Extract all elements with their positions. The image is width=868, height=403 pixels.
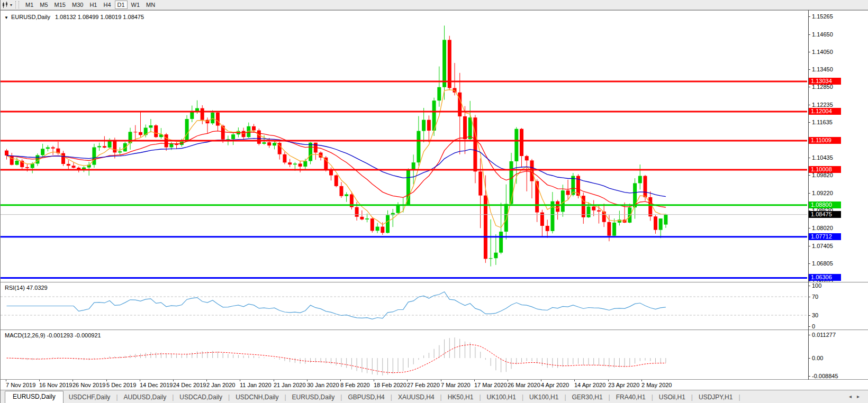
time-tick-label: 4 Apr 2020 bbox=[541, 382, 569, 388]
chart-type-icon[interactable]: ▾ bbox=[2, 2, 14, 8]
chart-tab-usdcnh-daily[interactable]: USDCNH,Daily bbox=[230, 392, 284, 403]
timeframe-button-m30[interactable]: M30 bbox=[69, 1, 86, 9]
time-tick-label: 26 Nov 2019 bbox=[73, 382, 105, 388]
time-tick-mark bbox=[173, 380, 174, 381]
candlestick-glyph bbox=[2, 2, 9, 8]
rsi-panel[interactable]: RSI(14) 47.0329 bbox=[1, 283, 807, 329]
timeframe-button-mn[interactable]: MN bbox=[143, 1, 158, 9]
price-axis[interactable]: 1.152651.146501.140501.134501.128501.122… bbox=[808, 11, 868, 282]
macd-label: MACD(12,26,9) -0.001293 -0.000921 bbox=[5, 332, 101, 338]
macd-tick-label: -0.008845 bbox=[812, 373, 838, 379]
time-tick-mark bbox=[206, 380, 207, 381]
time-axis[interactable]: 7 Nov 201916 Nov 201926 Nov 20195 Dec 20… bbox=[1, 380, 868, 390]
candlestick-chart[interactable] bbox=[1, 11, 807, 282]
price-tick-label: 1.06805 bbox=[812, 260, 833, 267]
time-tick-mark bbox=[240, 380, 240, 381]
timeframe-button-h1[interactable]: H1 bbox=[87, 1, 100, 9]
hline-price-label: 1.07712 bbox=[808, 233, 841, 240]
price-tick-label: 1.15265 bbox=[812, 13, 833, 20]
time-tick-label: 8 Feb 2020 bbox=[340, 382, 370, 388]
chart-tab-xauusd-h4[interactable]: XAUUSD,H4 bbox=[393, 392, 440, 403]
timeframe-button-h4[interactable]: H4 bbox=[101, 1, 113, 9]
time-tick-mark bbox=[274, 380, 274, 381]
rsi-label: RSI(14) 47.0329 bbox=[5, 285, 48, 291]
tab-scroll-left-icon[interactable]: ◂ bbox=[849, 393, 857, 399]
timeframe-toolbar: ▾ M1M5M15M30H1H4D1W1MN bbox=[1, 0, 868, 10]
chart-tab-uk100-h1[interactable]: UK100,H1 bbox=[524, 392, 564, 403]
price-tick-label: 1.12235 bbox=[812, 102, 833, 108]
timeframe-button-m1[interactable]: M1 bbox=[23, 1, 36, 9]
time-tick-label: 26 Mar 2020 bbox=[508, 382, 540, 388]
price-tick-label: 1.13450 bbox=[812, 66, 833, 72]
time-tick-mark bbox=[374, 380, 374, 381]
timeframe-button-m5[interactable]: M5 bbox=[37, 1, 50, 9]
macd-plot[interactable] bbox=[1, 331, 807, 379]
current-price-label: 1.08475 bbox=[808, 211, 841, 218]
time-tick-mark bbox=[106, 380, 107, 381]
rsi-axis[interactable]: 10070300 bbox=[808, 283, 868, 329]
price-tick-label: 1.09220 bbox=[812, 190, 833, 196]
time-tick-mark bbox=[39, 380, 40, 381]
macd-axis[interactable]: 0.0112770.00-0.008845 bbox=[808, 331, 868, 379]
main-chart-panel[interactable]: ▼EURUSD,Daily1.08132 1.08499 1.08019 1.0… bbox=[1, 11, 807, 282]
time-tick-label: 11 Jan 2020 bbox=[240, 382, 272, 388]
chevron-down-icon[interactable]: ▾ bbox=[10, 3, 12, 7]
time-tick-label: 2 Jan 2020 bbox=[206, 382, 235, 388]
time-tick-label: 16 Nov 2019 bbox=[39, 382, 72, 388]
price-tick-label: 1.14650 bbox=[812, 31, 833, 38]
rsi-tick-label: 0 bbox=[812, 323, 815, 329]
chart-tab-usdcad-daily[interactable]: USDCAD,Daily bbox=[174, 392, 228, 403]
chart-tab-eurusd-daily[interactable]: EURUSD,Daily bbox=[5, 391, 64, 403]
time-tick-mark bbox=[6, 380, 6, 381]
hline-price-label: 1.11009 bbox=[808, 137, 841, 144]
chart-tab-hk50-h1[interactable]: HK50,H1 bbox=[442, 392, 479, 403]
chart-tab-ger30-h1[interactable]: GER30,H1 bbox=[567, 392, 608, 403]
rsi-tick-label: 100 bbox=[812, 282, 821, 289]
timeframe-button-w1[interactable]: W1 bbox=[129, 1, 143, 9]
chart-tab-usdjpy-h1[interactable]: USDJPY,H1 bbox=[693, 392, 738, 403]
chart-tab-fra40-h1[interactable]: FRA40,H1 bbox=[611, 392, 651, 403]
trading-platform-window: ▾ M1M5M15M30H1H4D1W1MN ▼EURUSD,Daily1.08… bbox=[0, 0, 868, 403]
time-tick-label: 23 Apr 2020 bbox=[608, 382, 639, 388]
time-tick-mark bbox=[340, 380, 341, 381]
time-tick-mark bbox=[541, 380, 541, 381]
time-tick-label: 5 Dec 2019 bbox=[106, 382, 136, 388]
macd-tick-label: 0.011277 bbox=[812, 332, 836, 338]
chart-title-collapse-icon[interactable]: ▼ bbox=[4, 15, 8, 20]
price-tick-label: 1.08020 bbox=[812, 225, 833, 231]
time-tick-label: 18 Feb 2020 bbox=[374, 382, 406, 388]
time-tick-label: 24 Dec 2019 bbox=[173, 382, 206, 388]
price-axis-line bbox=[808, 10, 809, 390]
chart-symbol-label: EURUSD,Daily bbox=[11, 14, 50, 20]
rsi-tick-label: 30 bbox=[812, 312, 818, 318]
time-tick-mark bbox=[574, 380, 575, 381]
hline-price-label: 1.12004 bbox=[808, 108, 841, 115]
chart-tab-audusd-daily[interactable]: AUDUSD,Daily bbox=[119, 392, 172, 403]
timeframe-button-m15[interactable]: M15 bbox=[52, 1, 68, 9]
hline-price-label: 1.13034 bbox=[808, 78, 841, 85]
timeframe-buttons: M1M5M15M30H1H4D1W1MN bbox=[22, 2, 158, 8]
macd-panel[interactable]: MACD(12,26,9) -0.001293 -0.000921 bbox=[1, 331, 807, 379]
time-tick-mark bbox=[608, 380, 609, 381]
macd-name: MACD(12,26,9) bbox=[5, 332, 45, 338]
rsi-plot[interactable] bbox=[1, 283, 807, 329]
tab-separator: | bbox=[738, 393, 740, 403]
chart-tab-eurusd-daily[interactable]: EURUSD,Daily bbox=[287, 392, 340, 403]
time-tick-mark bbox=[441, 380, 441, 381]
chart-tab-usoil-h1[interactable]: USOil,H1 bbox=[654, 392, 691, 403]
chart-tab-bar: EURUSD,DailyUSDCHF,Daily|AUDUSD,Daily|US… bbox=[1, 390, 868, 403]
tab-scroll-right-icon[interactable]: ▸ bbox=[857, 393, 865, 399]
timeframe-button-d1[interactable]: D1 bbox=[115, 1, 128, 9]
rsi-name: RSI(14) bbox=[5, 285, 25, 291]
hline-price-label: 1.06306 bbox=[808, 274, 841, 281]
chart-tab-uk100-h1[interactable]: UK100,H1 bbox=[482, 392, 521, 403]
chart-tab-usdchf-daily[interactable]: USDCHF,Daily bbox=[64, 392, 116, 403]
price-tick-label: 1.14050 bbox=[812, 49, 833, 55]
hline-price-label: 1.08800 bbox=[808, 202, 841, 208]
time-tick-label: 7 Mar 2020 bbox=[441, 382, 471, 388]
time-tick-mark bbox=[140, 380, 140, 381]
chart-tab-gbpusd-h4[interactable]: GBPUSD,H4 bbox=[342, 392, 390, 403]
time-tick-label: 17 Mar 2020 bbox=[474, 382, 507, 388]
macd-values: -0.001293 -0.000921 bbox=[47, 332, 101, 338]
time-tick-label: 14 Apr 2020 bbox=[574, 382, 605, 388]
